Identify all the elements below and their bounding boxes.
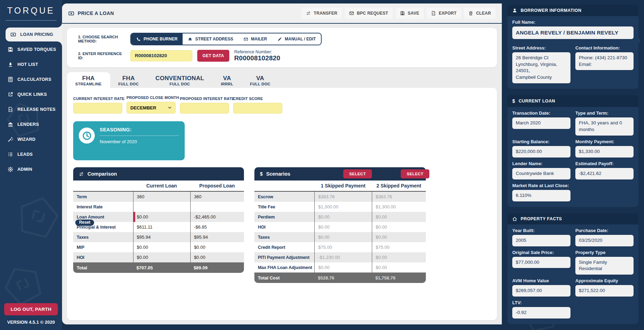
tab-va-irrrl[interactable]: VA IRRRL	[213, 72, 242, 88]
get-data-button[interactable]: GET DATA	[197, 50, 229, 62]
tab-fha-full-doc[interactable]: FHA FULL DOC	[110, 72, 147, 88]
clear-button[interactable]: CLEAR	[464, 8, 496, 19]
proposed-loan-value: -$2,465.00	[190, 212, 244, 222]
proposed-loan-value: $0.00	[190, 252, 244, 262]
reset-badge[interactable]: Reset	[75, 220, 94, 226]
select-scenario-2-button[interactable]: SELECT	[401, 169, 429, 178]
column-current-loan: Current Loan	[133, 181, 190, 191]
borrower-information-header: BORROWER INFORMATION	[507, 5, 638, 16]
sidebar-item-label: SAVED TORQUES	[17, 47, 56, 52]
table-row: Loan Amount Reset $0.00 -$2,465.00	[73, 212, 244, 222]
field-value: -0.92	[512, 307, 570, 319]
table-row: Interest Rate	[73, 202, 244, 212]
sidebar-item-label: HOT LIST	[17, 62, 38, 67]
method-manual-edit[interactable]: MANUAL / EDIT	[272, 33, 321, 45]
column-2-skipped: 2 Skipped Payment	[372, 181, 426, 191]
reference-id-row: 2. ENTER REFERENCE ID: GET DATA Referenc…	[78, 49, 486, 62]
info-panel: BORROWER INFORMATION Full Name: ANGELA R…	[502, 0, 644, 330]
sidebar-item-loan-pricing[interactable]: LOAN PRICING	[6, 28, 62, 41]
sidebar-item-admin[interactable]: ADMIN	[0, 162, 62, 176]
method-phone-burner[interactable]: PHONE BURNER	[131, 33, 183, 45]
comparison-table: Comparison Current Loan Proposed Loan Te…	[73, 167, 244, 273]
bpc-request-button[interactable]: BPC REQUEST	[345, 8, 393, 19]
table-row: Perdiem $0.00 $0.00	[254, 212, 426, 222]
sidebar-item-quick-links[interactable]: QUICK LINKS	[0, 87, 62, 101]
row-label: HOI	[77, 255, 84, 260]
field-value: Countrywide Bank	[512, 168, 570, 179]
sidebar-item-hot-list[interactable]: HOT LIST	[0, 57, 62, 71]
row-label: Credit Report	[258, 245, 285, 250]
tab-conventional-full-doc[interactable]: CONVENTIONAL FULL DOC	[147, 72, 213, 88]
scenarios-table: $ Scenarios SELECT SELECT 1 Skipped Paym…	[254, 167, 426, 283]
transfer-button[interactable]: TRANSFER	[301, 8, 342, 19]
home-icon	[512, 216, 517, 221]
dollar-icon: $	[260, 171, 263, 177]
skipped-2-value: $1,300.00	[372, 202, 426, 212]
field-label: Purchase Date:	[575, 228, 634, 233]
proposed-interest-rate-input[interactable]	[180, 103, 229, 114]
phone-icon	[136, 37, 141, 41]
column-1-skipped: 1 Skipped Payment	[314, 181, 372, 191]
proposed-close-month-select[interactable]: DECEMBER	[127, 102, 176, 114]
sidebar-item-wizard[interactable]: WIZARD	[0, 132, 62, 146]
proposed-loan-value: -$6.85	[190, 222, 244, 232]
credit-score-input[interactable]	[233, 103, 282, 114]
seasoning-title: SEASONING:	[100, 127, 179, 136]
sidebar-item-label: LOAN PRICING	[20, 32, 53, 37]
transfer-icon	[306, 11, 311, 16]
sidebar-item-lenders[interactable]: LENDERS	[0, 117, 62, 131]
table-row: Taxes $0.00 $0.00	[254, 232, 426, 242]
table-row: Taxes $95.94 $95.94	[73, 232, 244, 242]
sidebar-item-calculators[interactable]: CALCULATORS	[0, 72, 62, 86]
sidebar-item-leads[interactable]: LEADS	[0, 147, 62, 161]
search-method-group: PHONE BURNER STREET ADDRESS MAILER MANUA…	[130, 33, 322, 45]
info-field: Property Type Single Family Residential	[575, 246, 634, 275]
main-body: 1. CHOOSE SEARCH METHOD: PHONE BURNER ST…	[62, 24, 502, 324]
reference-id-input[interactable]	[130, 50, 192, 61]
export-button[interactable]: EXPORT	[427, 8, 461, 19]
field-value: $220,000.00	[512, 146, 570, 158]
field-value: $1,330.00	[575, 146, 634, 158]
row-label: Term	[77, 194, 87, 199]
field-label: LTV:	[512, 300, 570, 305]
street-address-value: 26 Bentridge Ct Lynchburg, Virginia, 245…	[512, 52, 570, 84]
method-street-address[interactable]: STREET ADDRESS	[183, 33, 238, 45]
calculator-icon	[8, 77, 13, 82]
tab-va-full-doc[interactable]: VA FULL DOC	[242, 72, 279, 88]
full-name-label: Full Name:	[512, 20, 634, 25]
row-label: Taxes	[258, 235, 270, 240]
logout-button[interactable]: LOG OUT, PARTH	[4, 303, 58, 315]
watermark-house-icon	[0, 258, 48, 310]
list-icon	[8, 152, 13, 157]
info-field: AVM Home Value $269,057.00	[512, 275, 570, 297]
current-interest-rate-input[interactable]	[73, 103, 122, 114]
skipped-1-value: $0.00	[314, 232, 372, 242]
current-interest-rate-field: CURRENT INTEREST RATE	[73, 97, 122, 114]
property-facts-fields: Year Built: 2005 Purchase Date: 03/25/20…	[507, 224, 638, 321]
bank-icon	[8, 122, 13, 127]
skipped-2-value: $383.76	[372, 192, 426, 202]
save-button[interactable]: SAVE	[396, 8, 424, 19]
sidebar-item-release-notes[interactable]: RELEASE NOTES	[0, 102, 62, 116]
current-loan-header: $ CURRENT LOAN	[507, 95, 638, 107]
app-logo: TORQUE	[6, 6, 56, 21]
field-label: Lender Name:	[512, 161, 570, 166]
field-value: 2005	[512, 235, 570, 246]
row-label: Title Fee	[258, 205, 275, 209]
file-pdf-icon	[431, 11, 436, 16]
search-method-row: 1. CHOOSE SEARCH METHOD: PHONE BURNER ST…	[78, 33, 486, 45]
sidebar-item-saved-torques[interactable]: SAVED TORQUES	[0, 43, 62, 56]
row-label: Interest Rate	[77, 205, 102, 209]
sidebar-item-label: WIZARD	[17, 137, 36, 142]
select-scenario-1-button[interactable]: SELECT	[343, 169, 372, 178]
tab-fha-streamline[interactable]: FHA STREAMLINE	[67, 72, 110, 88]
scenarios-table-body: Escrow $383.76 $383.76 Title Fee $1,300.	[254, 192, 426, 273]
method-mailer[interactable]: MAILER	[238, 33, 272, 45]
skipped-1-value: -$1,230.00	[314, 252, 372, 262]
reference-number-label: Reference Number:	[234, 49, 280, 54]
page-header: PRICE A LOAN TRANSFER BPC REQUEST SAVE E…	[62, 3, 502, 24]
info-field: Starting Balance: $220,000.00	[512, 136, 570, 158]
table-row: Credit Report $75.00 $75.00	[254, 242, 426, 252]
pencil-icon	[277, 37, 282, 41]
pricing-panel: CURRENT INTEREST RATE PROPOSED CLOSE MON…	[67, 88, 497, 320]
